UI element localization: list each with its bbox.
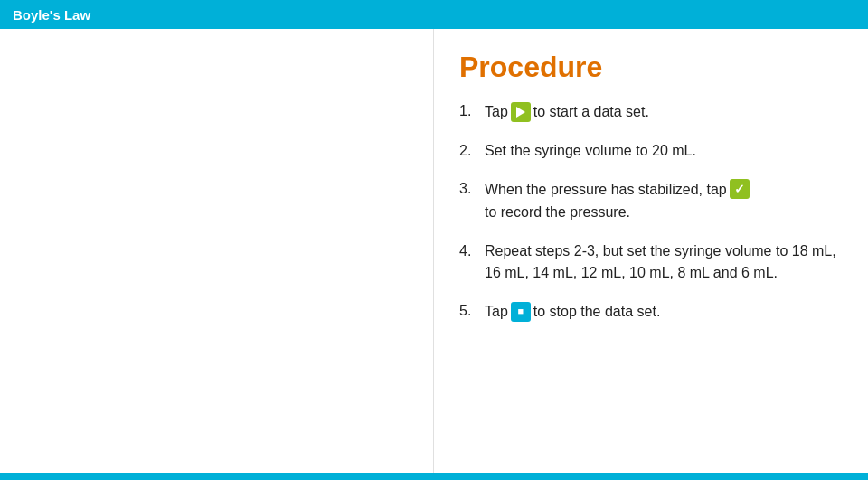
main-content: Procedure 1. Tap to start a data set. 2.… bbox=[0, 29, 868, 480]
step-3-before: When the pressure has stabilized, tap bbox=[485, 178, 727, 202]
step-1-before: Tap bbox=[485, 100, 508, 124]
step-2-text: Set the syringe volume to 20 mL. bbox=[485, 140, 839, 162]
bottom-bar bbox=[0, 473, 868, 480]
stop-icon bbox=[511, 302, 531, 322]
procedure-title: Procedure bbox=[459, 51, 839, 84]
step-1-inline: Tap to start a data set. bbox=[485, 100, 649, 124]
step-1: 1. Tap to start a data set. bbox=[459, 100, 839, 124]
right-panel: Procedure 1. Tap to start a data set. 2.… bbox=[434, 29, 868, 480]
play-icon bbox=[511, 102, 531, 122]
step-5-number: 5. bbox=[459, 300, 481, 322]
step-3-text: When the pressure has stabilized, tap to… bbox=[485, 178, 839, 224]
step-4: 4. Repeat steps 2-3, but set the syringe… bbox=[459, 240, 839, 284]
step-3-inline: When the pressure has stabilized, tap to… bbox=[485, 178, 839, 224]
step-5-before: Tap bbox=[485, 300, 508, 324]
step-5: 5. Tap to stop the data set. bbox=[459, 300, 839, 324]
step-3: 3. When the pressure has stabilized, tap… bbox=[459, 178, 839, 224]
step-1-text: Tap to start a data set. bbox=[485, 100, 839, 124]
step-4-text: Repeat steps 2-3, but set the syringe vo… bbox=[485, 240, 839, 284]
left-panel bbox=[0, 29, 434, 480]
step-5-inline: Tap to stop the data set. bbox=[485, 300, 660, 324]
step-1-number: 1. bbox=[459, 100, 481, 122]
step-5-text: Tap to stop the data set. bbox=[485, 300, 839, 324]
step-1-after: to start a data set. bbox=[533, 100, 649, 124]
steps-list: 1. Tap to start a data set. 2. Set the s… bbox=[459, 100, 839, 323]
check-icon bbox=[730, 179, 750, 199]
step-4-number: 4. bbox=[459, 240, 481, 262]
step-2-number: 2. bbox=[459, 140, 481, 162]
top-bar: Boyle's Law bbox=[0, 0, 868, 29]
step-3-number: 3. bbox=[459, 178, 481, 200]
step-3-after: to record the pressure. bbox=[485, 201, 630, 224]
step-2: 2. Set the syringe volume to 20 mL. bbox=[459, 140, 839, 162]
step-5-after: to stop the data set. bbox=[533, 300, 661, 324]
app-title: Boyle's Law bbox=[13, 7, 90, 23]
